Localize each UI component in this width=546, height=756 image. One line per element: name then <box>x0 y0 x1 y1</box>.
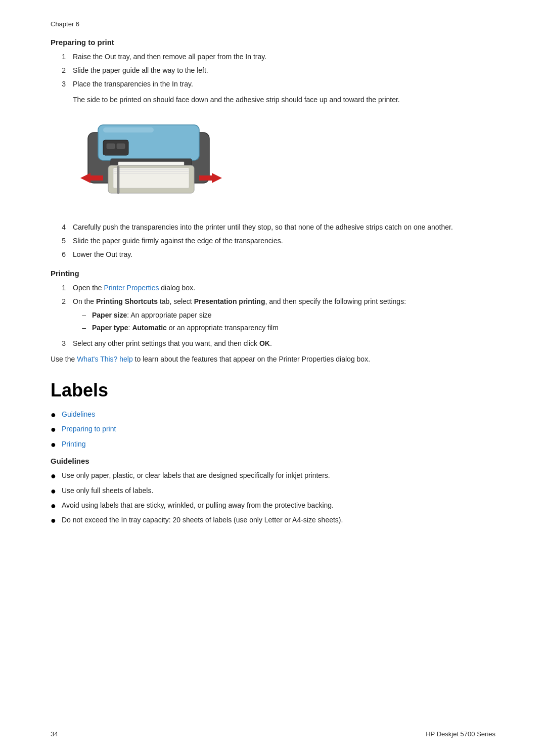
bullet-icon: ● <box>51 424 62 435</box>
footer: 34 HP Deskjet 5700 Series <box>51 730 495 738</box>
labels-section: Labels ● Guidelines ● Preparing to print… <box>51 380 495 527</box>
list-item: ● Do not exceed the In tray capacity: 20… <box>51 515 495 526</box>
step-5-text: Slide the paper guide firmly against the… <box>73 236 495 246</box>
preparing-to-print-section: Preparing to print 1 Raise the Out tray,… <box>51 38 495 260</box>
step-4-text: Carefully push the transparencies into t… <box>73 222 495 233</box>
bullet-icon: ● <box>51 485 62 497</box>
list-item: ● Use only paper, plastic, or clear labe… <box>51 470 495 482</box>
paper-type-item: Paper type: Automatic or an appropriate … <box>92 323 279 333</box>
printer-image-container <box>73 117 495 210</box>
bullet-icon: ● <box>51 439 62 451</box>
note-text: The side to be printed on should face do… <box>73 95 495 105</box>
guideline-3: Avoid using labels that are sticky, wrin… <box>62 500 334 511</box>
printing-steps-list: 1 Open the Printer Properties dialog box… <box>51 283 495 349</box>
guidelines-heading: Guidelines <box>51 457 495 465</box>
list-item: 3 Select any other print settings that y… <box>51 338 495 349</box>
step-2-text: Slide the paper guide all the way to the… <box>73 65 495 76</box>
open-text: Open the <box>73 284 104 292</box>
printer-illustration <box>73 117 230 208</box>
printing-link[interactable]: Printing <box>62 439 85 450</box>
dialog-text: dialog box. <box>159 284 195 292</box>
svg-rect-2 <box>103 127 154 132</box>
svg-rect-13 <box>113 168 189 188</box>
list-item: 2 Slide the paper guide all the way to t… <box>51 65 495 76</box>
list-item: ● Preparing to print <box>51 424 495 435</box>
svg-rect-17 <box>117 166 119 194</box>
bullet-icon: ● <box>51 515 62 526</box>
guidelines-link[interactable]: Guidelines <box>62 409 95 420</box>
step-3-text: Place the transparencies in the In tray. <box>73 79 495 90</box>
page-number: 34 <box>51 730 58 738</box>
step-6-text: Lower the Out tray. <box>73 249 495 260</box>
bullet-icon: ● <box>51 500 62 512</box>
svg-rect-14 <box>113 169 189 170</box>
preparing-to-print-heading: Preparing to print <box>51 38 495 47</box>
printing-section: Printing 1 Open the Printer Properties d… <box>51 269 495 365</box>
svg-rect-6 <box>107 144 115 149</box>
list-item: 4 Carefully push the transparencies into… <box>51 222 495 233</box>
list-item: ● Printing <box>51 439 495 451</box>
whats-this-link[interactable]: What's This? help <box>77 355 133 363</box>
preparing-steps-continued-list: 4 Carefully push the transparencies into… <box>51 222 495 260</box>
product-name: HP Deskjet 5700 Series <box>426 730 495 738</box>
list-item: 3 Place the transparencies in the In tra… <box>51 79 495 90</box>
list-item: 1 Raise the Out tray, and then remove al… <box>51 52 495 62</box>
printing-shortcuts-bold: Printing Shortcuts <box>96 297 158 305</box>
sub-list-item: – Paper type: Automatic or an appropriat… <box>73 323 495 333</box>
guideline-4: Do not exceed the In tray capacity: 20 s… <box>62 515 343 525</box>
labels-heading: Labels <box>51 380 495 401</box>
paper-size-item: Paper size: An appropriate paper size <box>92 310 212 321</box>
list-item: 2 On the Printing Shortcuts tab, select … <box>51 296 495 335</box>
list-item: 1 Open the Printer Properties dialog box… <box>51 283 495 293</box>
svg-rect-9 <box>90 175 103 181</box>
list-item: 6 Lower the Out tray. <box>51 249 495 260</box>
svg-marker-10 <box>212 173 222 183</box>
sub-settings-list: – Paper size: An appropriate paper size … <box>73 310 495 333</box>
bullet-icon: ● <box>51 470 62 482</box>
guideline-2: Use only full sheets of labels. <box>62 485 153 496</box>
printer-properties-link[interactable]: Printer Properties <box>104 284 159 292</box>
svg-marker-8 <box>80 173 90 183</box>
printing-step-3: Select any other print settings that you… <box>73 338 495 349</box>
list-item: ● Use only full sheets of labels. <box>51 485 495 497</box>
list-item: ● Guidelines <box>51 409 495 421</box>
sub-list-item: – Paper size: An appropriate paper size <box>73 310 495 321</box>
list-item: 5 Slide the paper guide firmly against t… <box>51 236 495 246</box>
chapter-label: Chapter 6 <box>51 20 495 28</box>
svg-rect-16 <box>113 173 189 174</box>
svg-rect-7 <box>117 144 125 149</box>
guidelines-section: Guidelines ● Use only paper, plastic, or… <box>51 457 495 527</box>
bullet-icon: ● <box>51 409 62 421</box>
on-the-text: On the Printing Shortcuts tab, select Pr… <box>73 297 406 305</box>
guideline-1: Use only paper, plastic, or clear labels… <box>62 470 330 481</box>
svg-rect-11 <box>199 175 212 181</box>
preparing-steps-list: 1 Raise the Out tray, and then remove al… <box>51 52 495 90</box>
presentation-printing-bold: Presentation printing <box>194 297 265 305</box>
preparing-to-print-link[interactable]: Preparing to print <box>62 424 116 434</box>
printing-heading: Printing <box>51 269 495 278</box>
svg-rect-15 <box>113 171 189 172</box>
page: Chapter 6 Preparing to print 1 Raise the… <box>0 0 546 756</box>
list-item: ● Avoid using labels that are sticky, wr… <box>51 500 495 512</box>
guidelines-list: ● Use only paper, plastic, or clear labe… <box>51 470 495 527</box>
step-1-text: Raise the Out tray, and then remove all … <box>73 52 495 62</box>
printing-step-1: Open the Printer Properties dialog box. <box>73 283 495 293</box>
printing-step-2: On the Printing Shortcuts tab, select Pr… <box>73 296 495 335</box>
use-text: Use the What's This? help to learn about… <box>51 354 495 365</box>
labels-toc-list: ● Guidelines ● Preparing to print ● Prin… <box>51 409 495 451</box>
